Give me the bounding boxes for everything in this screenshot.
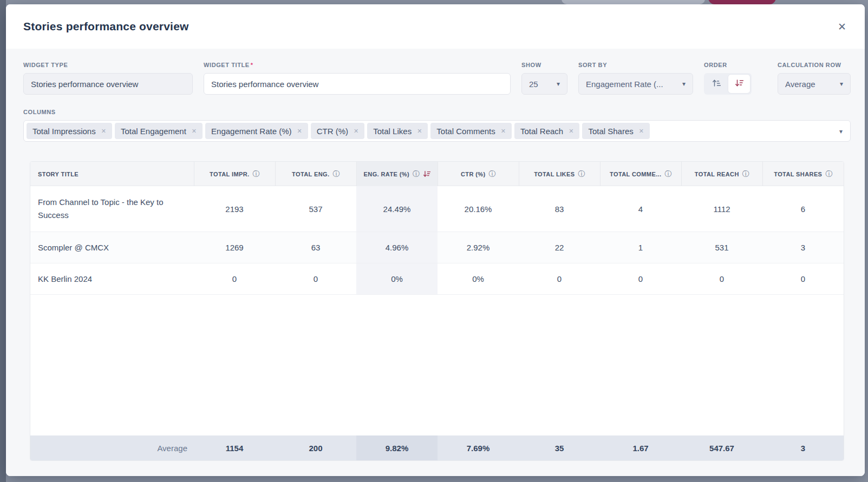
close-icon[interactable]: ✕ [836, 19, 849, 34]
widget-type-field: WIDGET TYPE [23, 62, 193, 95]
column-chip: Total Impressions ✕ [27, 123, 112, 139]
cell-total-reach: 1112 [681, 195, 762, 223]
column-chip: Total Comments ✕ [430, 123, 512, 139]
table-empty-area [30, 295, 844, 435]
info-icon[interactable]: ⓘ [333, 169, 340, 179]
cell-total-reach: 531 [681, 237, 762, 257]
column-chip: Engagement Rate (%) ✕ [205, 123, 308, 139]
info-icon[interactable]: ⓘ [578, 169, 585, 179]
calculation-row: Average 1154 200 9.82% 7.69% 35 1.67 547… [30, 435, 844, 460]
header-label: TOTAL IMPR. [210, 171, 249, 177]
calculation-row-label: CALCULATION ROW [778, 62, 851, 68]
chip-remove-icon[interactable]: ✕ [417, 128, 422, 135]
widget-title-input[interactable] [211, 80, 503, 89]
info-icon[interactable]: ⓘ [665, 169, 672, 179]
column-chip: Total Engagement ✕ [115, 123, 203, 139]
sort-ascending-button[interactable] [706, 75, 727, 93]
header-engagement-rate[interactable]: ENG. RATE (%) ⓘ [356, 162, 438, 186]
required-asterisk: * [251, 62, 253, 68]
chip-remove-icon[interactable]: ✕ [354, 128, 358, 135]
header-total-comments[interactable]: TOTAL COMME... ⓘ [600, 162, 681, 186]
show-value: 25 [529, 80, 538, 89]
sort-descending-button[interactable] [728, 75, 750, 93]
info-icon[interactable]: ⓘ [825, 169, 832, 179]
cell-total-impressions: 1269 [194, 237, 275, 257]
widget-type-value [31, 80, 185, 89]
chip-label: Engagement Rate (%) [211, 127, 291, 136]
header-label: TOTAL ENG. [292, 171, 329, 177]
cell-total-impressions: 0 [194, 269, 275, 289]
table-row: KK Berlin 2024 0 0 0% 0% 0 0 0 0 [30, 263, 844, 295]
cell-total-comments: 1 [600, 237, 681, 257]
sort-by-field: SORT BY Engagement Rate (... ▾ [578, 62, 693, 95]
header-label: STORY TITLE [38, 171, 79, 177]
story-title-cell: KK Berlin 2024 [30, 267, 194, 291]
chevron-down-icon: ▾ [840, 80, 843, 88]
cell-ctr: 0% [438, 269, 519, 289]
summary-total-shares: 3 [762, 438, 844, 458]
widget-settings-modal: Stories performance overview ✕ WIDGET TY… [6, 4, 865, 476]
summary-ctr: 7.69% [438, 438, 519, 458]
header-label: TOTAL SHARES [774, 171, 822, 177]
header-label: ENG. RATE (%) [364, 171, 409, 177]
chip-remove-icon[interactable]: ✕ [101, 128, 106, 135]
cell-ctr: 20.16% [438, 195, 519, 223]
summary-total-impressions: 1154 [194, 438, 275, 458]
calculation-row-title: Average [30, 438, 194, 458]
table-row: From Channel to Topic - the Key to Succe… [30, 186, 844, 232]
cell-total-shares: 3 [762, 237, 844, 257]
story-title-cell: From Channel to Topic - the Key to Succe… [30, 186, 194, 232]
header-label: TOTAL LIKES [534, 171, 575, 177]
cell-engagement-rate: 4.96% [356, 232, 438, 263]
settings-form-row: WIDGET TYPE WIDGET TITLE* SHOW 25 ▾ [23, 62, 851, 95]
chip-remove-icon[interactable]: ✕ [192, 128, 197, 135]
chip-remove-icon[interactable]: ✕ [569, 128, 573, 135]
modal-title: Stories performance overview [23, 20, 189, 33]
modal-body: WIDGET TYPE WIDGET TITLE* SHOW 25 ▾ [6, 49, 865, 476]
columns-multiselect[interactable]: Total Impressions ✕ Total Engagement ✕ E… [23, 120, 851, 142]
sort-by-select[interactable]: Engagement Rate (... ▾ [578, 73, 693, 95]
cell-engagement-rate: 24.49% [356, 186, 438, 232]
calculation-row-field: CALCULATION ROW Average ▾ [778, 62, 851, 95]
header-label: TOTAL REACH [695, 171, 739, 177]
header-total-likes[interactable]: TOTAL LIKES ⓘ [519, 162, 600, 186]
header-total-engagement[interactable]: TOTAL ENG. ⓘ [275, 162, 356, 186]
header-ctr[interactable]: CTR (%) ⓘ [438, 162, 519, 186]
columns-field: COLUMNS Total Impressions ✕ Total Engage… [23, 109, 851, 142]
calculation-row-select[interactable]: Average ▾ [778, 73, 851, 95]
widget-type-input [23, 73, 193, 95]
header-total-reach[interactable]: TOTAL REACH ⓘ [681, 162, 762, 186]
summary-total-likes: 35 [519, 438, 600, 458]
header-story-title[interactable]: STORY TITLE [30, 162, 194, 186]
table-header-row: STORY TITLE TOTAL IMPR. ⓘ TOTAL ENG. ⓘ E… [30, 162, 844, 186]
background-page-button [708, 0, 776, 4]
cell-engagement-rate: 0% [356, 263, 438, 294]
cell-total-engagement: 537 [275, 195, 356, 223]
info-icon[interactable]: ⓘ [413, 169, 420, 179]
modal-header: Stories performance overview ✕ [6, 4, 865, 49]
info-icon[interactable]: ⓘ [489, 169, 496, 179]
chip-remove-icon[interactable]: ✕ [501, 128, 506, 135]
chip-label: CTR (%) [317, 127, 348, 136]
widget-title-field: WIDGET TITLE* [204, 62, 511, 95]
header-total-shares[interactable]: TOTAL SHARES ⓘ [762, 162, 844, 186]
background-page-sidebar [0, 0, 6, 482]
sort-descending-icon [735, 79, 743, 89]
widget-type-label: WIDGET TYPE [23, 62, 193, 68]
chip-label: Total Impressions [32, 127, 96, 136]
story-title-cell: Scompler @ CMCX [30, 236, 194, 260]
columns-chips: Total Impressions ✕ Total Engagement ✕ E… [27, 123, 650, 139]
chip-remove-icon[interactable]: ✕ [297, 128, 302, 135]
header-total-impressions[interactable]: TOTAL IMPR. ⓘ [194, 162, 275, 186]
info-icon[interactable]: ⓘ [253, 169, 260, 179]
chip-label: Total Engagement [121, 127, 186, 136]
sort-by-value: Engagement Rate (... [586, 80, 663, 89]
chip-remove-icon[interactable]: ✕ [639, 128, 644, 135]
summary-engagement-rate: 9.82% [356, 435, 438, 460]
sort-by-label: SORT BY [578, 62, 693, 68]
show-select[interactable]: 25 ▾ [521, 73, 567, 95]
chevron-down-icon: ▾ [557, 80, 560, 88]
info-icon[interactable]: ⓘ [742, 169, 749, 179]
chip-label: Total Likes [373, 127, 412, 136]
widget-title-input-wrap [204, 73, 511, 95]
